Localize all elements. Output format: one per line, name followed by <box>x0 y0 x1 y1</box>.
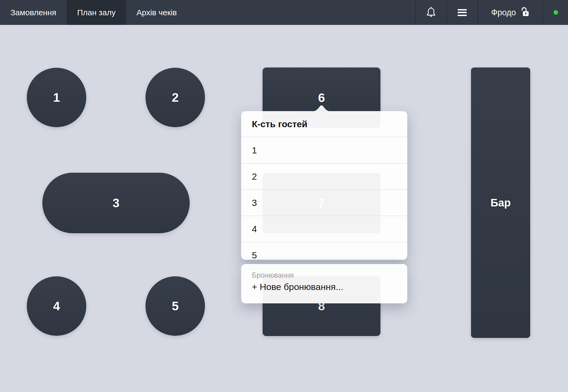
guest-count-option-5[interactable]: 5 <box>241 242 407 260</box>
unlocked-padlock-icon <box>520 7 530 18</box>
popover-title: К-сть гостей <box>241 111 407 137</box>
table-4[interactable]: 4 <box>27 276 86 336</box>
guest-count-option-4[interactable]: 4 <box>241 216 407 242</box>
hamburger-menu-icon <box>458 9 467 16</box>
reservation-label: Бронювання <box>252 271 407 280</box>
table-3[interactable]: 3 <box>42 173 190 233</box>
user-button[interactable]: Фродо <box>477 0 543 25</box>
guest-count-option-1[interactable]: 1 <box>241 137 407 163</box>
table-2[interactable]: 2 <box>145 68 205 127</box>
nav-tab-receipts-archive[interactable]: Архів чеків <box>126 0 187 25</box>
reservation-panel: Бронювання + Нове бронювання... <box>241 264 407 303</box>
user-name: Фродо <box>491 8 516 17</box>
table-5[interactable]: 5 <box>145 276 205 336</box>
nav-tab-floor-plan[interactable]: План залу <box>67 0 126 25</box>
nav-tab-orders[interactable]: Замовлення <box>0 0 67 25</box>
new-reservation-button[interactable]: + Нове бронювання... <box>252 281 407 292</box>
bar-counter[interactable]: Бар <box>471 67 530 338</box>
main-menu-button[interactable] <box>446 0 477 25</box>
notifications-button[interactable] <box>415 0 446 25</box>
guest-count-option-2[interactable]: 2 <box>241 163 407 189</box>
table-1[interactable]: 1 <box>27 68 86 127</box>
guest-count-popover: К-сть гостей 1 2 3 4 5 <box>241 111 407 260</box>
bell-icon <box>425 6 437 20</box>
guest-count-option-3[interactable]: 3 <box>241 189 407 216</box>
connection-status <box>543 0 568 25</box>
popover-arrow <box>312 104 331 111</box>
guest-count-list: К-сть гостей 1 2 3 4 5 <box>241 111 407 260</box>
online-status-dot <box>554 10 558 15</box>
navbar-right-group: Фродо <box>415 0 568 25</box>
navbar: Замовлення План залу Архів чеків Фродо <box>0 0 568 25</box>
floor-plan-screen: Замовлення План залу Архів чеків Фродо <box>0 0 568 392</box>
